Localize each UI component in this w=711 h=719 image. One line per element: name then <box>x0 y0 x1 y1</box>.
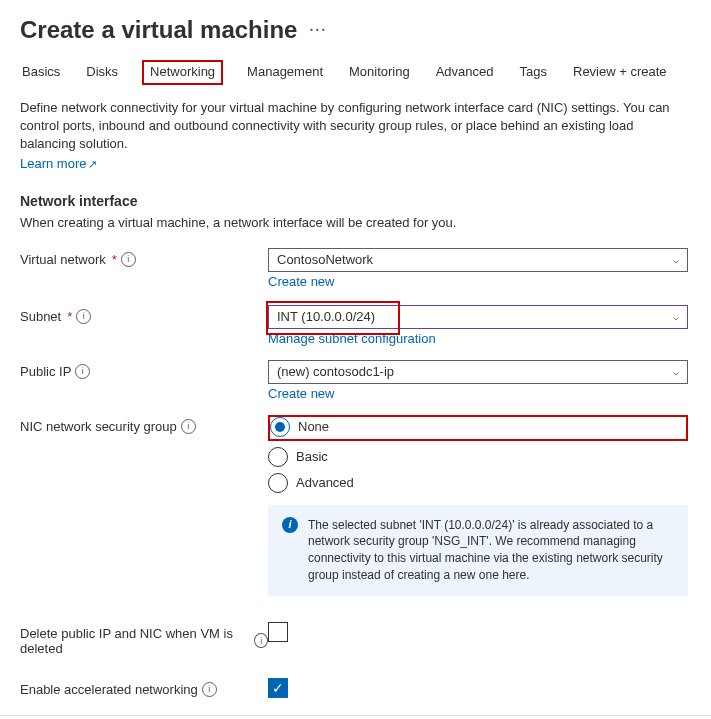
tab-review-create[interactable]: Review + create <box>571 60 669 85</box>
delete-pip-label: Delete public IP and NIC when VM is dele… <box>20 622 268 656</box>
section-title: Network interface <box>20 193 691 209</box>
tab-disks[interactable]: Disks <box>84 60 120 85</box>
tab-tags[interactable]: Tags <box>518 60 549 85</box>
subnet-value: INT (10.0.0.0/24) <box>277 309 375 324</box>
tab-networking[interactable]: Networking <box>142 60 223 85</box>
vnet-select[interactable]: ContosoNetwork ⌵ <box>268 248 688 272</box>
highlight-box: None <box>268 415 688 441</box>
info-icon[interactable]: i <box>121 252 136 267</box>
nsg-label: NIC network security group i <box>20 415 268 434</box>
nsg-radio-group: None Basic Advanced <box>268 415 688 493</box>
vnet-label: Virtual network* i <box>20 248 268 267</box>
tab-management[interactable]: Management <box>245 60 325 85</box>
tab-advanced[interactable]: Advanced <box>434 60 496 85</box>
learn-more-link[interactable]: Learn more↗ <box>20 156 97 171</box>
delete-pip-checkbox[interactable] <box>268 622 288 642</box>
accel-net-checkbox[interactable]: ✓ <box>268 678 288 698</box>
title-text: Create a virtual machine <box>20 16 297 44</box>
section-subtitle: When creating a virtual machine, a netwo… <box>20 215 691 230</box>
subnet-label: Subnet* i <box>20 305 268 324</box>
more-actions-icon[interactable]: ··· <box>309 22 327 38</box>
tab-monitoring[interactable]: Monitoring <box>347 60 412 85</box>
info-message: The selected subnet 'INT (10.0.0.0/24)' … <box>308 517 674 584</box>
nsg-info-box: i The selected subnet 'INT (10.0.0.0/24)… <box>268 505 688 596</box>
info-icon[interactable]: i <box>75 364 90 379</box>
pip-value: (new) contosodc1-ip <box>277 364 394 379</box>
intro-text: Define network connectivity for your vir… <box>20 99 690 154</box>
chevron-down-icon: ⌵ <box>673 366 679 377</box>
info-icon[interactable]: i <box>202 682 217 697</box>
external-link-icon: ↗ <box>88 158 97 170</box>
radio-label: Advanced <box>296 475 354 490</box>
radio-icon <box>268 473 288 493</box>
pip-select[interactable]: (new) contosodc1-ip ⌵ <box>268 360 688 384</box>
subnet-select[interactable]: INT (10.0.0.0/24) ⌵ <box>268 305 688 329</box>
nsg-radio-advanced[interactable]: Advanced <box>268 473 688 493</box>
nsg-radio-basic[interactable]: Basic <box>268 447 688 467</box>
vnet-create-new-link[interactable]: Create new <box>268 274 688 289</box>
chevron-down-icon: ⌵ <box>673 254 679 265</box>
radio-label: Basic <box>296 449 328 464</box>
radio-label: None <box>298 419 329 434</box>
tabs-nav: Basics Disks Networking Management Monit… <box>20 60 691 85</box>
info-icon: i <box>282 517 298 533</box>
chevron-down-icon: ⌵ <box>673 311 679 322</box>
radio-icon <box>270 417 290 437</box>
info-icon[interactable]: i <box>181 419 196 434</box>
pip-create-new-link[interactable]: Create new <box>268 386 688 401</box>
accel-net-label: Enable accelerated networking i <box>20 678 268 697</box>
vnet-value: ContosoNetwork <box>277 252 373 267</box>
radio-icon <box>268 447 288 467</box>
info-icon[interactable]: i <box>76 309 91 324</box>
page-title: Create a virtual machine ··· <box>20 16 691 44</box>
info-icon[interactable]: i <box>254 633 268 648</box>
pip-label: Public IP i <box>20 360 268 379</box>
subnet-manage-link[interactable]: Manage subnet configuration <box>268 331 688 346</box>
tab-basics[interactable]: Basics <box>20 60 62 85</box>
footer-bar: Review + create < Previous Next : Manage… <box>0 715 711 719</box>
nsg-radio-none[interactable]: None <box>270 417 329 437</box>
